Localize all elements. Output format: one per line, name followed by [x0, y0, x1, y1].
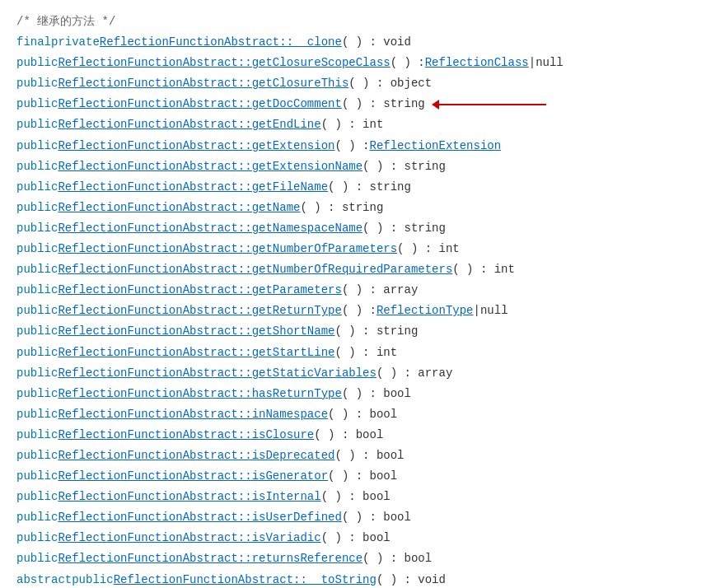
method-link[interactable]: ReflectionFunctionAbstract::isClosure [58, 426, 314, 445]
suffix: ( ) : bool [328, 467, 397, 486]
suffix-pre: ( ) : [391, 54, 425, 72]
line-getreturntype: public ReflectionFunctionAbstract::getRe… [0, 301, 711, 321]
keyword: public [16, 219, 58, 238]
method-link[interactable]: ReflectionFunctionAbstract::getReturnTyp… [58, 301, 341, 320]
line-tostring: abstract public ReflectionFunctionAbstra… [0, 570, 711, 588]
line-isdeprecated: public ReflectionFunctionAbstract::isDep… [0, 446, 711, 466]
line-getextension: public ReflectionFunctionAbstract::getEx… [0, 136, 711, 156]
keyword: abstract [16, 571, 72, 588]
method-link[interactable]: ReflectionFunctionAbstract::getClosureTh… [58, 74, 348, 93]
method-link[interactable]: ReflectionFunctionAbstract::getStaticVar… [58, 364, 376, 383]
line-getclosurethis: public ReflectionFunctionAbstract::getCl… [0, 73, 711, 94]
method-link[interactable]: ReflectionFunctionAbstract::getName [58, 198, 300, 217]
line-getendline: public ReflectionFunctionAbstract::getEn… [0, 114, 711, 135]
keyword: public [16, 198, 58, 217]
keyword: public [16, 157, 58, 176]
line-isinternal: public ReflectionFunctionAbstract::isInt… [0, 487, 711, 507]
line-getnumberofrequiredparameters: public ReflectionFunctionAbstract::getNu… [0, 259, 711, 280]
suffix: ( ) : bool [314, 426, 383, 445]
code-block: /* 继承的方法 */ final private ReflectionFunc… [0, 8, 711, 588]
method-link[interactable]: ReflectionFunctionAbstract::isGenerator [58, 467, 328, 486]
line-hasreturntype: public ReflectionFunctionAbstract::hasRe… [0, 384, 711, 404]
method-link[interactable]: ReflectionFunctionAbstract::returnsRefer… [58, 549, 363, 568]
method-link[interactable]: ReflectionFunctionAbstract::getStartLine [58, 343, 334, 362]
line-getfilename: public ReflectionFunctionAbstract::getFi… [0, 177, 711, 198]
keyword: public [16, 488, 58, 506]
keyword: public [16, 281, 58, 300]
line-clone: final private ReflectionFunctionAbstract… [0, 32, 711, 53]
line-getshortname: public ReflectionFunctionAbstract::getSh… [0, 321, 711, 342]
line-getclosurescopeclass: public ReflectionFunctionAbstract::getCl… [0, 53, 711, 73]
method-link[interactable]: ReflectionFunctionAbstract::getNumberOfR… [58, 260, 452, 279]
suffix: ( ) : bool [334, 446, 404, 465]
keyword: public [16, 260, 58, 279]
suffix: ( ) : string [328, 178, 411, 197]
method-link[interactable]: ReflectionFunctionAbstract::getShortName [58, 322, 334, 341]
keyword: public [16, 301, 58, 320]
keyword: public [16, 426, 58, 445]
suffix: ( ) : string [300, 198, 383, 217]
suffix: ( ) : bool [328, 405, 397, 424]
method-link[interactable]: ReflectionFunctionAbstract::inNamespace [58, 405, 328, 424]
line-getstaticvariables: public ReflectionFunctionAbstract::getSt… [0, 363, 711, 384]
line-isvariadic: public ReflectionFunctionAbstract::isVar… [0, 528, 711, 548]
keyword: public [16, 405, 58, 424]
suffix: ( ) : array [377, 364, 452, 383]
method-link[interactable]: ReflectionFunctionAbstract::__toString [114, 571, 377, 588]
keyword: public [16, 322, 58, 341]
method-link[interactable]: ReflectionFunctionAbstract::getParameter… [58, 281, 341, 300]
line-innamespace: public ReflectionFunctionAbstract::inNam… [0, 404, 711, 425]
method-link[interactable]: ReflectionFunctionAbstract::getDocCommen… [58, 95, 341, 114]
suffix: ( ) : bool [342, 385, 411, 404]
suffix: ( ) : object [348, 74, 432, 93]
suffix: ( ) : bool [321, 529, 391, 548]
method-link[interactable]: ReflectionFunctionAbstract::getFileName [58, 178, 328, 197]
keyword: public [16, 385, 58, 404]
method-link[interactable]: ReflectionFunctionAbstract::getNumberOfP… [58, 240, 397, 259]
keyword: public [16, 529, 58, 548]
keyword: public [16, 364, 58, 383]
keyword: public [16, 54, 58, 72]
keyword: public [16, 446, 58, 465]
line-getextensionname: public ReflectionFunctionAbstract::getEx… [0, 156, 711, 177]
method-link[interactable]: ReflectionFunctionAbstract::isInternal [58, 488, 320, 506]
method-link[interactable]: ReflectionFunctionAbstract::isVariadic [58, 529, 320, 548]
method-link[interactable]: ReflectionFunctionAbstract::isDeprecated [58, 446, 334, 465]
method-link[interactable]: ReflectionFunctionAbstract::getExtension… [58, 157, 363, 176]
method-link[interactable]: ReflectionFunctionAbstract::getClosureSc… [58, 54, 390, 72]
suffix: ( ) : array [342, 281, 418, 300]
suffix: ( ) : string [363, 219, 446, 238]
comment-text: /* 继承的方法 */ [16, 12, 115, 31]
method-link[interactable]: ReflectionFunctionAbstract::isUserDefine… [58, 508, 341, 527]
suffix-pre: ( ) : [334, 137, 369, 156]
suffix: ( ) : void [377, 571, 446, 588]
method-link[interactable]: ReflectionFunctionAbstract::getExtension [58, 137, 334, 156]
line-getnamespacename: public ReflectionFunctionAbstract::getNa… [0, 218, 711, 239]
suffix: ( ) : string [334, 322, 418, 341]
line-isuserdefined: public ReflectionFunctionAbstract::isUse… [0, 507, 711, 528]
line-isclosure: public ReflectionFunctionAbstract::isClo… [0, 425, 711, 446]
keyword: public [72, 571, 113, 588]
red-arrow [432, 100, 546, 110]
keyword: public [16, 343, 58, 362]
arrow-line [439, 104, 546, 106]
keyword: public [16, 240, 58, 259]
suffix: ( ) : void [342, 33, 411, 52]
method-link[interactable]: ReflectionFunctionAbstract::__clone [100, 33, 342, 52]
method-link[interactable]: ReflectionFunctionAbstract::getNamespace… [58, 219, 363, 238]
line-isgenerator: public ReflectionFunctionAbstract::isGen… [0, 466, 711, 487]
keyword: public [16, 95, 58, 114]
type-link[interactable]: ReflectionClass [425, 54, 529, 72]
method-link[interactable]: ReflectionFunctionAbstract::hasReturnTyp… [58, 385, 341, 404]
type-link[interactable]: ReflectionType [377, 301, 474, 320]
comment-line: /* 继承的方法 */ [0, 12, 711, 32]
line-getname: public ReflectionFunctionAbstract::getNa… [0, 198, 711, 218]
suffix: ( ) : bool [321, 488, 391, 506]
suffix: ( ) : bool [342, 508, 411, 527]
suffix: ( ) : string [363, 157, 446, 176]
suffix-post: |null [474, 301, 508, 320]
method-link[interactable]: ReflectionFunctionAbstract::getEndLine [58, 115, 320, 134]
type-link[interactable]: ReflectionExtension [370, 137, 502, 156]
arrowhead-icon [432, 100, 439, 110]
line-getnumberofparameters: public ReflectionFunctionAbstract::getNu… [0, 239, 711, 259]
